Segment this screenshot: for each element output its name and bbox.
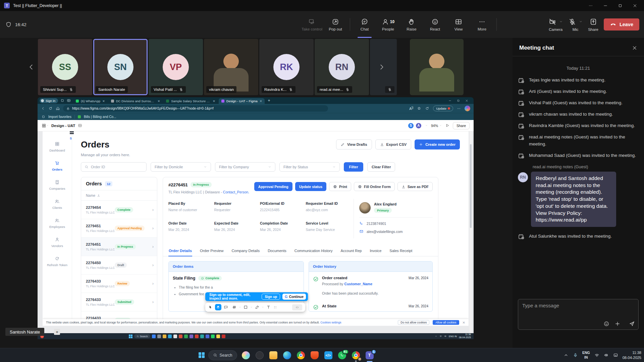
sidebar-item-vendors[interactable]: Vendors [51,237,63,248]
pin-presenter-button[interactable]: + [54,329,60,335]
favorites-star-icon[interactable] [417,106,421,111]
figma-menu-icon[interactable] [42,123,46,128]
taskbar-whatsapp-icon[interactable]: 81 [337,350,347,360]
layout-panel-icon[interactable] [78,123,82,128]
browser-profile-avatar[interactable] [465,106,470,111]
video-tile[interactable]: VPVishal Patil ... [149,39,203,95]
close-tab-icon[interactable]: ✕ [158,100,160,103]
bookmark-item[interactable]: Import favorites [48,115,71,119]
widgets-tool-icon[interactable] [273,305,277,309]
tiles-prev-button[interactable] [28,63,35,71]
cookie-settings-link[interactable]: Cookies settings [320,321,341,324]
read-aloud-icon[interactable]: A)) [409,106,413,111]
shared-app-icon[interactable] [190,335,193,338]
shared-search-box[interactable]: Search [134,334,150,338]
order-row[interactable]: 2279451TL Flex Holdings LLCApproval Pend… [81,219,157,238]
collaborator-avatar[interactable]: A [415,122,422,129]
close-icon[interactable]: ✕ [463,321,465,324]
reload-icon[interactable] [48,106,53,111]
sidebar-item-employees[interactable]: Employees [49,218,65,229]
send-icon[interactable] [629,321,635,327]
tab-documents[interactable]: Documents [267,246,287,256]
vertical-tabs-icon[interactable] [67,99,71,103]
chevron-down-icon[interactable] [579,20,583,23]
shared-app-icon[interactable] [216,335,220,338]
save-as-pdf-button[interactable]: Save as PDF [397,182,433,191]
close-tab-icon[interactable]: ✕ [213,100,215,103]
google-continue-button[interactable]: G Continue [282,294,306,300]
allow-cookies-button[interactable]: Allow all cookies [433,320,459,325]
sidebar-item-clients[interactable]: Clients [52,199,62,209]
tab-sales-receipt[interactable]: Sales Receipt [389,246,413,256]
minimize-icon[interactable] [448,99,451,102]
comment-tool-icon[interactable] [224,305,228,309]
shared-app-icon[interactable] [157,335,161,338]
video-tile[interactable]: SSShivani Sup... [38,39,92,95]
name-column-header[interactable]: Name [86,193,95,197]
taskbar-dark-app-icon[interactable] [255,350,265,360]
back-icon[interactable] [41,106,45,111]
customer-link[interactable]: Customer_Name [344,282,372,286]
shared-app-icon[interactable] [211,335,215,338]
order-row[interactable]: 2276451TL Flex Holdings LLCIn Progress› [81,238,157,256]
address-field[interactable]: https://www.figma.com/design/9BKQ0FOHRWa… [63,105,328,112]
close-icon[interactable] [633,3,637,8]
browser-update-button[interactable]: Update [433,106,453,111]
present-play-icon[interactable] [445,123,449,128]
export-csv-button[interactable]: Export CSV [375,139,412,149]
filter-by-company-dropdown[interactable]: Filter by Company [215,162,275,172]
order-row[interactable]: 2279454TL Flex Holdings LLCComplete› [81,201,157,219]
taskbar-chrome-icon[interactable] [296,350,306,360]
create-new-order-button[interactable]: Create new order [415,139,460,149]
figma-file-name[interactable]: Design - UAT [51,124,75,128]
filter-by-domicile-dropdown[interactable]: Filter by Domicile [151,162,211,172]
toolbar-chat-button[interactable]: Chat [353,11,376,38]
shape-tool-icon[interactable] [244,305,248,309]
shared-app-icon[interactable] [200,335,204,338]
tab-communication-history[interactable]: Communication History [294,246,333,256]
collaborator-avatar[interactable]: S [408,122,414,129]
taskbar-brave-icon[interactable] [310,350,320,360]
more-dots-icon[interactable] [457,107,461,111]
browser-tab[interactable]: Design - UAT – Figma✕ [219,98,265,104]
contact-phone[interactable]: 2123874901 [367,222,386,226]
shared-app-icon[interactable] [163,335,166,338]
browser-tab[interactable]: (6) WhatsApp✕ [73,98,108,104]
workspaces-icon[interactable] [60,99,64,103]
sidebar-item-companies[interactable]: Companies [49,180,65,190]
camera-control[interactable]: Camera [548,18,563,32]
shared-app-icon[interactable] [222,335,225,338]
page-scrollbar[interactable] [470,131,472,333]
filter-by-status-dropdown[interactable]: Filter by Status [279,162,340,172]
close-icon[interactable] [632,45,637,51]
sync-icon[interactable] [425,106,429,111]
camera-off-icon[interactable] [548,18,556,26]
signup-button[interactable]: Sign up [262,294,280,300]
chevron-down-icon[interactable] [425,124,428,127]
video-tile[interactable] [410,39,464,95]
close-icon[interactable] [465,99,468,102]
toolbar-react-button[interactable]: React [423,11,447,38]
sort-arrow-icon[interactable] [97,194,100,197]
approval-pending-button[interactable]: Approval Pending [254,182,292,191]
toolbar-raise-button[interactable]: Raise [400,11,423,38]
shared-app-icon[interactable] [152,335,156,338]
share-screen-icon[interactable] [589,18,597,26]
toolbar-people-button[interactable]: 10People [376,11,400,38]
shared-app-icon[interactable] [195,335,199,338]
emoji-icon[interactable] [603,321,609,327]
frame-tool-icon[interactable] [232,305,236,309]
print-button[interactable]: Print [329,182,351,191]
speaker-icon[interactable] [604,353,609,358]
contact-email[interactable]: alex@vstatefilings.com [367,230,403,234]
zoom-control[interactable]: 94% [431,124,442,128]
maximize-icon[interactable] [457,99,460,102]
browser-tab[interactable]: DC Divisions and Surroundings✕ [108,98,163,104]
dev-mode-toggle[interactable] [292,304,302,310]
chevron-down-icon[interactable] [559,20,563,23]
view-drafts-button[interactable]: View Drafts [336,139,372,149]
shared-app-icon[interactable] [206,335,209,338]
tab-order-preview[interactable]: Order Preview [200,246,224,256]
start-button-icon[interactable] [199,352,205,358]
order-row[interactable]: 2276433TL Flex Holdings LLCSubmitted› [81,293,157,311]
